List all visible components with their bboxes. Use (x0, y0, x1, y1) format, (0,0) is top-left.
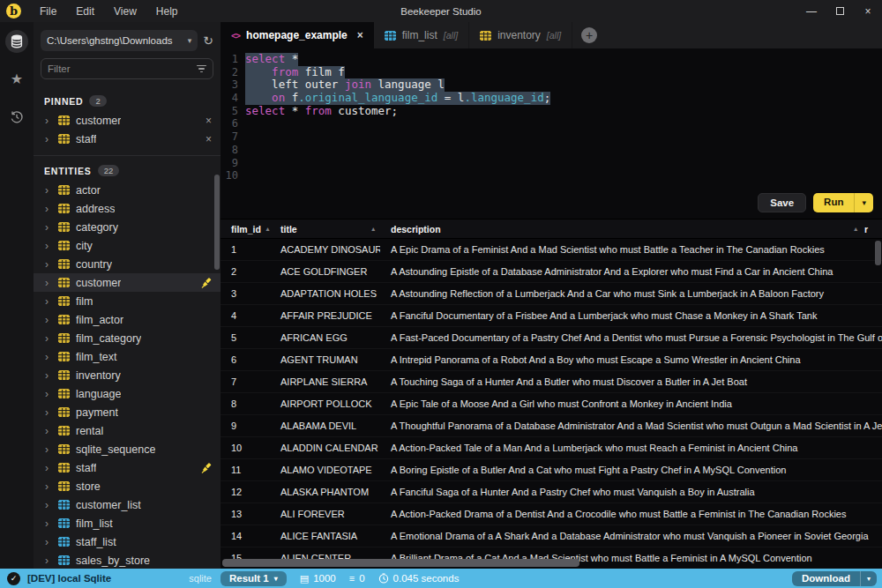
cell-film_id[interactable]: 8 (220, 398, 270, 409)
cell-title[interactable]: ACADEMY DINOSAUR (270, 244, 380, 255)
entity-item-inventory[interactable]: › inventory (34, 366, 220, 384)
table-row[interactable]: 6AGENT TRUMANA Intrepid Panorama of a Ro… (220, 349, 882, 371)
table-row[interactable]: 12ALASKA PHANTOMA Fanciful Saga of a Hun… (220, 481, 882, 503)
results-vertical-scrollbar[interactable] (875, 241, 881, 265)
cell-title[interactable]: ALABAMA DEVIL (270, 421, 380, 431)
unpin-icon[interactable]: × (206, 133, 212, 145)
entity-item-payment[interactable]: › payment (34, 403, 220, 421)
entity-item-store[interactable]: › store (34, 477, 220, 495)
menu-help[interactable]: Help (146, 0, 188, 22)
unpin-icon[interactable]: × (206, 115, 212, 127)
cell-film_id[interactable]: 10 (220, 443, 270, 453)
entities-section-header[interactable]: ENTITIES 22 (34, 156, 220, 181)
download-options-caret[interactable]: ▾ (860, 571, 877, 586)
column-header-overflow[interactable]: r (863, 220, 882, 238)
entity-item-address[interactable]: › address (34, 199, 220, 218)
column-header-description[interactable]: description▴ (380, 220, 863, 238)
entity-item-actor[interactable]: › actor (34, 181, 220, 199)
cell-film_id[interactable]: 5 (220, 332, 270, 343)
sidebar-scrollbar[interactable] (214, 175, 220, 270)
pinned-item-staff[interactable]: › staff× (34, 130, 220, 148)
refresh-button[interactable]: ↻ (203, 33, 213, 48)
cell-title[interactable]: ADAPTATION HOLES (270, 288, 380, 299)
run-options-caret[interactable]: ▾ (854, 193, 873, 212)
cell-film_id[interactable]: 4 (220, 310, 270, 321)
entity-item-sqlite_sequence[interactable]: › sqlite_sequence (34, 440, 220, 458)
cell-title[interactable]: AIRPORT POLLOCK (270, 398, 380, 409)
cell-title[interactable]: AFRICAN EGG (270, 332, 380, 343)
entity-item-sales_by_store[interactable]: › sales_by_store (34, 551, 220, 569)
database-selector[interactable]: C:\Users\ghstng\Downloads ▾ (41, 30, 198, 51)
cell-film_id[interactable]: 6 (220, 354, 270, 365)
table-row[interactable]: 4AFFAIR PREJUDICEA Fanciful Documentary … (220, 305, 882, 327)
cell-film_id[interactable]: 13 (220, 509, 270, 519)
cell-title[interactable]: AIRPLANE SIERRA (270, 376, 380, 387)
results-horizontal-scrollbar[interactable] (222, 559, 579, 567)
table-row[interactable]: 14ALICE FANTASIAA Emotional Drama of a A… (220, 525, 882, 547)
sql-editor[interactable]: 1select *2 from film f3 left outer join … (220, 48, 882, 219)
table-row[interactable]: 10ALADDIN CALENDARA Action-Packed Tale o… (220, 437, 882, 459)
cell-film_id[interactable]: 11 (220, 465, 270, 475)
cell-title[interactable]: ALASKA PHANTOM (270, 487, 380, 497)
save-button[interactable]: Save (758, 193, 806, 212)
cell-description[interactable]: A Fanciful Saga of a Hunter And a Pastry… (380, 487, 882, 497)
cell-film_id[interactable]: 3 (220, 288, 270, 299)
tab-film_list[interactable]: film_list[all] (374, 22, 469, 48)
tab-inventory[interactable]: inventory[all] (469, 22, 572, 48)
cell-title[interactable]: AGENT TRUMAN (270, 354, 380, 365)
column-header-film_id[interactable]: film_id▴ (220, 220, 270, 238)
entity-item-country[interactable]: › country (34, 255, 220, 273)
cell-description[interactable]: A Action-Packed Drama of a Dentist And a… (380, 509, 882, 519)
entity-item-staff[interactable]: › staff (34, 458, 220, 477)
cell-description[interactable]: A Epic Tale of a Moose And a Girl who mu… (380, 398, 882, 409)
table-row[interactable]: 13ALI FOREVERA Action-Packed Drama of a … (220, 503, 882, 525)
table-row[interactable]: 8AIRPORT POLLOCKA Epic Tale of a Moose A… (220, 393, 882, 415)
table-row[interactable]: 9ALABAMA DEVILA Thoughtful Panorama of a… (220, 415, 882, 437)
cell-description[interactable]: A Fanciful Documentary of a Frisbee And … (380, 310, 882, 321)
entity-item-film[interactable]: › film (34, 292, 220, 310)
cell-film_id[interactable]: 7 (220, 376, 270, 387)
entity-item-customer[interactable]: › customer (34, 273, 220, 292)
table-row[interactable]: 5AFRICAN EGGA Fast-Paced Documentary of … (220, 327, 882, 349)
result-selector[interactable]: Result 1 ▾ (220, 571, 287, 586)
cell-description[interactable]: A Action-Packed Tale of a Man And a Lumb… (380, 443, 882, 453)
cell-description[interactable]: A Thoughtful Panorama of a Database Admi… (380, 421, 882, 431)
cell-film_id[interactable]: 14 (220, 531, 270, 541)
pinned-item-customer[interactable]: › customer× (34, 111, 220, 130)
cell-title[interactable]: ALADDIN CALENDAR (270, 443, 380, 453)
cell-description[interactable]: A Astounding Reflection of a Lumberjack … (380, 288, 882, 299)
menu-view[interactable]: View (104, 0, 146, 22)
table-row[interactable]: 7AIRPLANE SIERRAA Touching Saga of a Hun… (220, 371, 882, 393)
cell-description[interactable]: A Touching Saga of a Hunter And a Butler… (380, 376, 882, 387)
cell-description[interactable]: A Intrepid Panorama of a Robot And a Boy… (380, 354, 882, 365)
cell-description[interactable]: A Astounding Epistle of a Database Admin… (380, 266, 882, 277)
cell-title[interactable]: AFFAIR PREJUDICE (270, 310, 380, 321)
tables-rail-button[interactable] (5, 30, 28, 53)
column-header-title[interactable]: title▴ (270, 220, 380, 238)
cell-description[interactable]: A Boring Epistle of a Butler And a Cat w… (380, 465, 882, 475)
cell-film_id[interactable]: 12 (220, 487, 270, 497)
entity-item-film_text[interactable]: › film_text (34, 347, 220, 366)
cell-description[interactable]: A Fast-Paced Documentary of a Pastry Che… (380, 332, 882, 343)
cell-description[interactable]: A Epic Drama of a Feminist And a Mad Sci… (380, 244, 882, 255)
maximize-button[interactable] (826, 0, 854, 22)
minimize-button[interactable]: — (797, 0, 826, 22)
cell-film_id[interactable]: 9 (220, 421, 270, 431)
pinned-section-header[interactable]: PINNED 2 (34, 86, 220, 111)
entity-item-film_category[interactable]: › film_category (34, 329, 220, 347)
entity-item-rental[interactable]: › rental (34, 421, 220, 440)
new-tab-button[interactable]: + (581, 27, 597, 43)
favorites-rail-button[interactable]: ★ (5, 68, 28, 91)
cell-film_id[interactable]: 2 (220, 266, 270, 277)
table-row[interactable]: 1ACADEMY DINOSAURA Epic Drama of a Femin… (220, 239, 882, 261)
entity-item-customer_list[interactable]: › customer_list (34, 495, 220, 514)
cell-title[interactable]: ALAMO VIDEOTAPE (270, 465, 380, 475)
entity-item-staff_list[interactable]: › staff_list (34, 532, 220, 551)
close-tab-icon[interactable]: × (357, 29, 363, 41)
table-row[interactable]: 11ALAMO VIDEOTAPEA Boring Epistle of a B… (220, 459, 882, 481)
run-button[interactable]: Run ▾ (813, 193, 873, 212)
cell-film_id[interactable]: 1 (220, 244, 270, 255)
entity-item-city[interactable]: › city (34, 236, 220, 255)
table-row[interactable]: 2ACE GOLDFINGERA Astounding Epistle of a… (220, 261, 882, 283)
history-rail-button[interactable] (5, 106, 28, 129)
